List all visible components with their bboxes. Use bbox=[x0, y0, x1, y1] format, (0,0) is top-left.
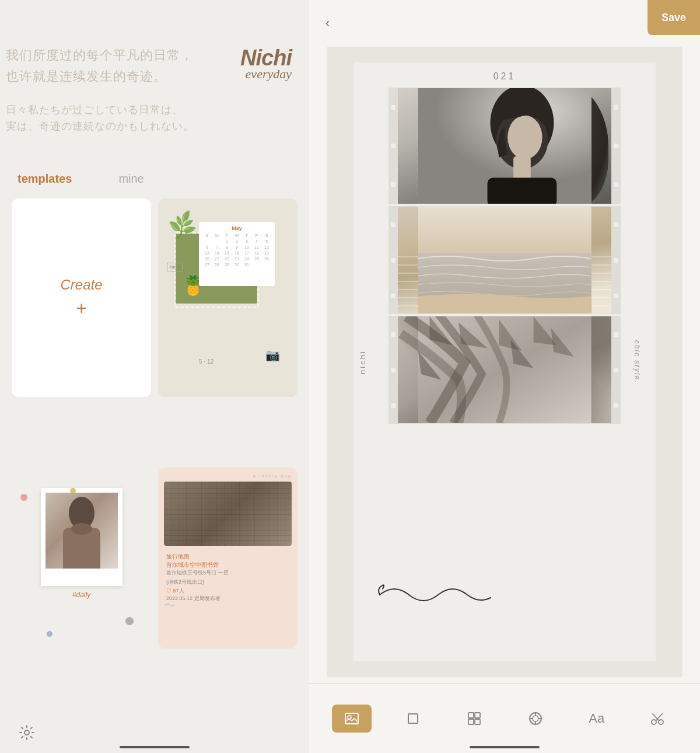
toolbar-crop-button[interactable] bbox=[393, 705, 433, 733]
svg-rect-18 bbox=[475, 713, 480, 718]
film-strip-1 bbox=[611, 88, 620, 204]
date-label: 5 · 12 bbox=[199, 358, 214, 365]
back-button[interactable]: ‹ bbox=[321, 11, 334, 36]
filter-icon bbox=[527, 710, 544, 727]
film-hole bbox=[391, 105, 396, 110]
svg-point-8 bbox=[508, 116, 542, 159]
pink-text-2: 首尔城市空中图书馆 bbox=[166, 561, 289, 569]
film-hole bbox=[614, 222, 618, 227]
left-panel: 我们所度过的每个平凡的日常， 也许就是连续发生的奇迹。 日々私たちが过ごしている… bbox=[0, 0, 309, 753]
svg-rect-16 bbox=[408, 714, 418, 723]
svg-rect-17 bbox=[468, 713, 474, 718]
film-strip-left-3 bbox=[389, 316, 398, 423]
film-hole bbox=[614, 258, 618, 263]
film-hole bbox=[614, 294, 618, 298]
svg-rect-9 bbox=[513, 156, 531, 180]
nav-tabs: templates mine bbox=[6, 172, 298, 186]
pink-text-3: 首尔地铁三号线5号口 一层 bbox=[166, 569, 289, 577]
nature-card[interactable]: 🌿 🍍 May SMTWTFS 12345 6789101112 1314151… bbox=[158, 198, 298, 397]
pink-top-text: a lovely day bbox=[164, 473, 292, 479]
calendar-overlay: May SMTWTFS 12345 6789101112 13141516171… bbox=[199, 222, 275, 286]
film-hole bbox=[391, 403, 396, 408]
right-panel: ‹ Save nichi chic style. 021 bbox=[309, 0, 700, 753]
palm-svg bbox=[389, 316, 621, 423]
gray-dot bbox=[125, 617, 134, 625]
tab-mine[interactable]: mine bbox=[118, 172, 144, 186]
film-hole bbox=[391, 144, 396, 148]
bg-text-line3: 日々私たちが过ごしている日常は、 bbox=[6, 103, 309, 117]
page-number: 021 bbox=[354, 71, 656, 82]
film-hole bbox=[391, 222, 396, 227]
create-plus-icon: + bbox=[76, 298, 87, 319]
pink-date: 2022.05.12 定期发布者 bbox=[166, 595, 289, 602]
camera-icon: 📷 bbox=[265, 348, 280, 362]
photo-strip bbox=[354, 88, 656, 661]
pink-dot bbox=[20, 494, 27, 501]
squiggle-icon: 〜 bbox=[164, 598, 176, 613]
photo-content-portrait bbox=[389, 88, 621, 204]
cal-month: May bbox=[202, 225, 271, 231]
girl-silhouette bbox=[46, 493, 118, 569]
image-icon bbox=[344, 710, 360, 727]
cards-grid: Create + 🌿 🍍 May SMTWTFS 12345 678910111… bbox=[0, 198, 309, 712]
photo-content-palm bbox=[389, 316, 621, 423]
pink-text-1: 旅行地图 bbox=[166, 553, 289, 561]
svg-point-2 bbox=[71, 523, 92, 535]
film-hole bbox=[614, 368, 618, 372]
toolbar-filter-button[interactable] bbox=[516, 705, 555, 733]
film-hole bbox=[391, 332, 396, 337]
film-hole bbox=[391, 368, 396, 372]
scissors-icon bbox=[649, 710, 666, 727]
building-image bbox=[164, 482, 292, 546]
save-button[interactable]: Save bbox=[648, 0, 700, 35]
side-text-right: chic style. bbox=[633, 340, 641, 384]
settings-icon bbox=[18, 723, 36, 742]
settings-button[interactable] bbox=[18, 723, 36, 744]
toolbar-image-button[interactable] bbox=[332, 705, 372, 733]
film-hole bbox=[614, 332, 618, 337]
film-hole bbox=[614, 182, 618, 187]
film-hole bbox=[614, 403, 618, 408]
photo-frame-2[interactable] bbox=[388, 206, 621, 314]
svg-point-22 bbox=[533, 716, 538, 721]
logo-everyday: everyday bbox=[240, 67, 292, 82]
photo-frame-1[interactable] bbox=[388, 88, 621, 204]
pink-card[interactable]: a lovely day 🏛 旅行地图 首尔城市空中图书馆 首尔地铁三号线5号口… bbox=[158, 468, 298, 649]
photo-frame-3[interactable] bbox=[388, 316, 621, 424]
nature-card-inner: 🌿 🍍 May SMTWTFS 12345 6789101112 1314151… bbox=[164, 204, 292, 391]
pink-text-area: 旅行地图 首尔城市空中图书馆 首尔地铁三号线5号口 一层 (地铁2号线出口) ♡… bbox=[164, 550, 292, 606]
daily-label: #daily bbox=[72, 591, 90, 599]
blue-dot bbox=[47, 631, 52, 637]
film-strip-3 bbox=[611, 316, 620, 423]
svg-point-3 bbox=[24, 730, 29, 735]
photo-content-beach bbox=[389, 207, 621, 313]
nichi-stamp: Nichi bbox=[167, 263, 183, 271]
app-logo: Nichi everyday bbox=[240, 47, 292, 82]
crop-icon bbox=[405, 710, 421, 727]
tab-templates[interactable]: templates bbox=[18, 172, 72, 186]
portrait-svg bbox=[389, 88, 621, 204]
toolbar-layout-button[interactable] bbox=[454, 705, 494, 733]
side-text-left: nichi bbox=[358, 350, 367, 374]
right-header: ‹ Save bbox=[309, 0, 700, 47]
film-hole bbox=[391, 294, 396, 298]
film-strip-2 bbox=[611, 207, 620, 313]
create-card[interactable]: Create + bbox=[12, 198, 151, 397]
layout-icon bbox=[466, 710, 482, 727]
svg-rect-19 bbox=[468, 719, 474, 724]
logo-nichi: Nichi bbox=[240, 47, 292, 69]
squiggle-svg bbox=[377, 577, 494, 612]
canvas-area: nichi chic style. 021 bbox=[327, 47, 682, 677]
beach-svg bbox=[389, 207, 621, 313]
cal-grid: SMTWTFS 12345 6789101112 13141516171819 … bbox=[202, 233, 271, 267]
photo-card[interactable]: #daily bbox=[12, 468, 151, 649]
text-icon: Aa bbox=[589, 711, 604, 726]
home-indicator-right bbox=[470, 746, 540, 748]
pink-text-4: (地铁2号线出口) bbox=[166, 578, 289, 586]
bottom-toolbar: Aa bbox=[309, 683, 700, 753]
toolbar-cut-button[interactable] bbox=[638, 705, 677, 733]
polaroid-frame bbox=[41, 488, 123, 586]
toolbar-text-button[interactable]: Aa bbox=[577, 705, 616, 732]
polaroid-image bbox=[46, 493, 118, 569]
svg-rect-20 bbox=[475, 719, 480, 724]
